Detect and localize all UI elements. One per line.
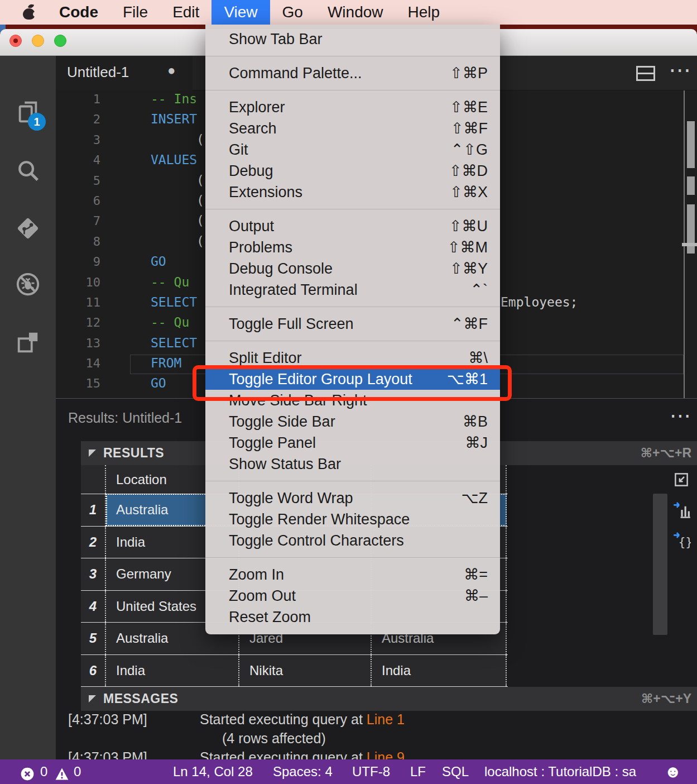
menu-separator (205, 90, 500, 90)
menu-item-debug-console[interactable]: Debug Console⇧⌘Y (205, 258, 500, 279)
menu-item-show-status-bar[interactable]: Show Status Bar (205, 453, 500, 475)
menu-item-integrated-terminal[interactable]: Integrated Terminal⌃` (205, 279, 500, 300)
view-as-chart-icon[interactable] (673, 501, 692, 520)
tab-untitled-1[interactable]: Untitled-1 ● (56, 56, 193, 90)
menu-item-debug[interactable]: Debug⇧⌘D (205, 160, 500, 181)
menu-item-problems[interactable]: Problems⇧⌘M (205, 237, 500, 258)
scrollbar-decoration (687, 176, 695, 195)
results-more-actions-icon[interactable]: ⋯ (670, 403, 692, 428)
errors-icon[interactable] (20, 764, 35, 784)
grid-row-6[interactable]: 6 India Nikita India (81, 655, 508, 687)
activity-bar: 1 (0, 56, 56, 759)
menu-item-search[interactable]: Search⇧⌘F (205, 118, 500, 139)
menu-item-explorer[interactable]: Explorer⇧⌘E (205, 97, 500, 118)
minimize-button[interactable] (32, 35, 44, 47)
menu-separator (205, 307, 500, 307)
language-mode[interactable]: SQL (442, 759, 469, 784)
git-icon[interactable] (15, 216, 41, 241)
menu-item-toggle-word-wrap[interactable]: Toggle Word Wrap⌥Z (205, 487, 500, 509)
menu-item-toggle-full-screen[interactable]: Toggle Full Screen⌃⌘F (205, 313, 500, 334)
menubar-item-code[interactable]: Code (47, 0, 110, 25)
menu-item-toggle-render-whitespace[interactable]: Toggle Render Whitespace (205, 509, 500, 530)
apple-menu-icon[interactable] (22, 4, 36, 21)
status-bar: 0 0 Ln 14, Col 28 Spaces: 4 UTF-8 LF SQL… (0, 759, 697, 784)
messages-section-header[interactable]: MESSAGES ⌘+⌥+Y (81, 687, 697, 711)
menu-item-zoom-out[interactable]: Zoom Out⌘– (205, 585, 500, 606)
search-icon[interactable] (15, 157, 41, 183)
highlight-annotation-box (193, 365, 512, 401)
connection-status[interactable]: localhost : TutorialDB : sa (484, 759, 636, 784)
errors-count[interactable]: 0 (40, 759, 47, 784)
scrollbar-decoration (687, 246, 695, 254)
editor-more-actions-icon[interactable]: ⋯ (669, 57, 693, 83)
menu-separator (205, 341, 500, 341)
menu-separator (205, 557, 500, 558)
zoom-button[interactable] (54, 35, 66, 47)
menubar-item-window[interactable]: Window (315, 0, 396, 25)
menu-item-zoom-in[interactable]: Zoom In⌘= (205, 564, 500, 585)
menu-separator (205, 56, 500, 56)
warnings-icon[interactable] (55, 764, 69, 784)
menu-item-reset-zoom[interactable]: Reset Zoom (205, 606, 500, 628)
menu-item-toggle-panel[interactable]: Toggle Panel⌘J (205, 432, 500, 453)
menu-item-toggle-side-bar[interactable]: Toggle Side Bar⌘B (205, 411, 500, 432)
collapse-triangle-icon (89, 695, 96, 702)
warnings-count[interactable]: 0 (74, 759, 81, 784)
menu-separator (205, 481, 500, 481)
split-editor-icon[interactable] (636, 66, 655, 81)
dirty-indicator-icon: ● (167, 63, 176, 78)
menu-item-show-tab-bar[interactable]: Show Tab Bar (205, 28, 500, 50)
eol-setting[interactable]: LF (410, 759, 426, 784)
scrollbar-decoration (687, 121, 695, 168)
menu-item-output[interactable]: Output⇧⌘U (205, 216, 500, 237)
menu-item-extensions[interactable]: Extensions⇧⌘X (205, 181, 500, 203)
messages-list: [4:37:03 PM] Started executing query at … (56, 711, 697, 762)
results-panel-title: Results: Untitled-1 (68, 410, 182, 426)
message-line: [4:37:03 PM] Started executing query at … (56, 711, 697, 730)
line-link[interactable]: Line 1 (367, 711, 405, 727)
grid-scrollbar[interactable] (653, 494, 667, 635)
menu-item-toggle-control-characters[interactable]: Toggle Control Characters (205, 530, 500, 551)
cursor-position[interactable]: Ln 14, Col 28 (173, 759, 253, 784)
extensions-icon[interactable] (15, 329, 41, 355)
indentation-setting[interactable]: Spaces: 4 (273, 759, 333, 784)
menu-item-command-palette[interactable]: Command Palette...⇧⌘P (205, 63, 500, 84)
debug-disabled-icon[interactable] (15, 271, 41, 297)
explorer-badge: 1 (28, 113, 46, 131)
view-dropdown-menu: Show Tab Bar Command Palette...⇧⌘P Explo… (205, 25, 500, 634)
menubar-item-view[interactable]: View (211, 0, 270, 25)
scrollbar-decoration (687, 204, 695, 243)
restore-panel-icon[interactable] (673, 471, 692, 490)
menubar-item-help[interactable]: Help (396, 0, 453, 25)
scrollbar-viewport-mark (682, 243, 697, 246)
feedback-smiley-icon[interactable]: ☻ (664, 759, 682, 784)
macos-menubar: Code File Edit View Go Window Help (0, 0, 697, 25)
collapse-triangle-icon (89, 450, 96, 457)
menu-separator (205, 209, 500, 209)
menu-item-git[interactable]: Git⌃⇧G (205, 139, 500, 160)
messages-shortcut: ⌘+⌥+Y (641, 691, 691, 706)
message-line: (4 rows affected) (56, 730, 697, 749)
close-button[interactable] (9, 35, 22, 47)
menubar-item-file[interactable]: File (110, 0, 160, 25)
encoding[interactable]: UTF-8 (352, 759, 390, 784)
svg-text:{}: {} (679, 536, 691, 549)
save-as-json-icon[interactable]: {} (673, 531, 692, 550)
screen: Code File Edit View Go Window Help 1 (0, 0, 697, 784)
menubar-item-edit[interactable]: Edit (160, 0, 211, 25)
tab-label: Untitled-1 (67, 64, 129, 81)
results-shortcut: ⌘+⌥+R (641, 446, 691, 461)
menubar-item-go[interactable]: Go (270, 0, 315, 25)
